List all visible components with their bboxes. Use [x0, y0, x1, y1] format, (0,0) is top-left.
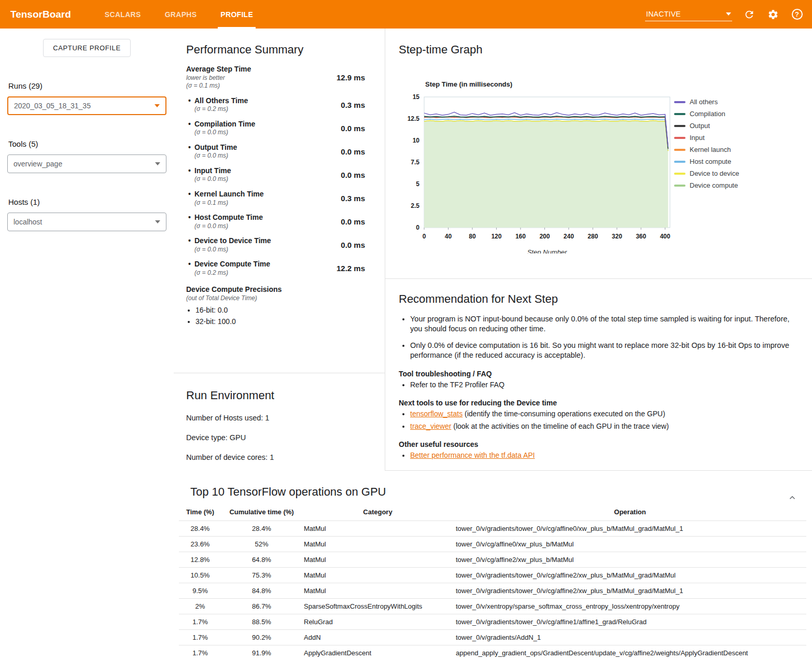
bullet-icon: •: [188, 166, 194, 176]
metric-sigma: (σ = 0.1 ms): [188, 199, 264, 207]
svg-text:400: 400: [660, 233, 670, 240]
cumulative-percent-cell: 90.2%: [221, 630, 302, 645]
legend-swatch-icon: [674, 113, 685, 115]
bullet-icon: •: [188, 120, 194, 129]
metric-row: •Input Time(σ = 0.0 ms)0.0 ms: [186, 166, 373, 184]
table-row: 2%86.7%SparseSoftmaxCrossEntropyWithLogi…: [179, 599, 806, 614]
cumulative-percent-cell: 28.4%: [221, 521, 302, 537]
legend-swatch-icon: [674, 101, 685, 103]
metric-note: lower is better: [186, 74, 251, 82]
cumulative-percent-cell: 91.9%: [221, 645, 302, 661]
time-percent-cell: 12.8%: [179, 552, 221, 568]
tools-selected-value: overview_page: [13, 160, 62, 168]
tab-scalars[interactable]: SCALARS: [93, 0, 153, 29]
metric-label: •Device Compute Time: [188, 260, 270, 269]
capture-profile-button[interactable]: CAPTURE PROFILE: [43, 39, 130, 57]
legend-swatch-icon: [674, 149, 685, 151]
col-time-header: Time (%): [179, 504, 221, 521]
chart-title: Step Time (in milliseconds): [425, 80, 512, 88]
recommendation-link[interactable]: Better performance with the tf.data API: [410, 451, 535, 459]
col-category-header: Category: [302, 504, 454, 521]
step-time-chart[interactable]: 0408012016020024028032036040002.557.5101…: [393, 91, 683, 255]
svg-text:10: 10: [413, 137, 420, 144]
legend-item: Compilation: [674, 110, 739, 118]
metric-sigma: (σ = 0.0 ms): [188, 175, 231, 184]
environment-line: Number of Hosts used: 1: [186, 414, 372, 422]
metric-row: •All Others Time(σ = 0.2 ms)0.3 ms: [186, 96, 373, 114]
right-column: Step-time Graph Step Time (in millisecon…: [385, 29, 812, 471]
metric-value: 0.0 ms: [341, 171, 365, 179]
svg-text:120: 120: [491, 233, 501, 240]
category-cell: ReluGrad: [302, 614, 454, 630]
run-status-select[interactable]: INACTIVE: [645, 8, 732, 21]
tools-select[interactable]: overview_page: [7, 154, 166, 173]
metric-value: 0.0 ms: [341, 241, 365, 249]
operation-cell: tower_0/v/gradients/AddN_1: [454, 630, 806, 645]
legend-label: All others: [690, 98, 718, 106]
recommendation-link[interactable]: trace_viewer: [410, 422, 451, 430]
tab-profile[interactable]: PROFILE: [208, 0, 265, 29]
legend-item: Kernel launch: [674, 146, 739, 153]
metric-sigma: (σ = 0.1 ms): [186, 82, 251, 90]
tab-graphs[interactable]: GRAPHS: [153, 0, 209, 29]
metric-value: 0.3 ms: [341, 101, 365, 109]
bullet-icon: •: [188, 236, 194, 246]
svg-text:0: 0: [416, 224, 419, 231]
hosts-select[interactable]: localhost: [7, 213, 166, 231]
cumulative-percent-cell: 86.7%: [221, 599, 302, 614]
svg-text:0: 0: [423, 233, 426, 240]
legend-item: Output: [674, 122, 739, 130]
svg-text:320: 320: [612, 233, 622, 240]
time-percent-cell: 1.7%: [179, 645, 221, 661]
app-title: TensorBoard: [10, 9, 71, 20]
recommendation-link[interactable]: tensorflow_stats: [410, 410, 463, 418]
table-row: 1.7%91.9%ApplyGradientDescentappend_appl…: [179, 645, 806, 661]
settings-gear-icon[interactable]: [766, 8, 780, 21]
col-cumulative-header: Cumulative time (%): [221, 504, 302, 521]
recommendation-sub-items: Refer to the TF2 Profiler FAQ: [399, 380, 796, 390]
chevron-down-icon: [155, 162, 160, 165]
bullet-icon: •: [188, 260, 194, 269]
time-percent-cell: 9.5%: [179, 583, 221, 599]
runs-selected-value: 2020_03_05_18_31_35: [14, 102, 91, 110]
legend-label: Host compute: [690, 158, 731, 165]
metric-value: 0.3 ms: [341, 194, 365, 203]
svg-text:15: 15: [413, 93, 420, 101]
collapse-chevron-up-icon[interactable]: [786, 491, 799, 504]
top-ops-table: Time (%) Cumulative time (%) Category Op…: [179, 504, 806, 660]
metric-sigma: (σ = 0.0 ms): [188, 246, 271, 254]
recommendation-bullets: Your program is NOT input-bound because …: [399, 314, 796, 361]
recommendation-card: Recommendation for Next Step Your progra…: [385, 279, 812, 471]
operation-cell: tower_0/v/cg/affine2/xw_plus_b/MatMul: [454, 552, 806, 568]
device-compute-precisions: Device Compute Precisions (out of Total …: [186, 285, 373, 325]
metric-row: Average Step Timelower is better(σ = 0.1…: [186, 65, 373, 90]
question-mark-icon: ?: [792, 9, 803, 20]
recommendation-subtitle: Other useful resources: [399, 440, 796, 448]
category-cell: MatMul: [302, 521, 454, 537]
help-icon[interactable]: ?: [790, 8, 804, 21]
precisions-items: 16-bit: 0.032-bit: 100.0: [186, 306, 373, 326]
recommendation-subtitle: Tool troubleshooting / FAQ: [399, 370, 796, 378]
svg-text:360: 360: [636, 233, 646, 240]
operation-cell: tower_0/v/xentropy/sparse_softmax_cross_…: [454, 599, 806, 614]
cumulative-percent-cell: 84.8%: [221, 583, 302, 599]
recommendation-subtitle: Next tools to use for reducing the Devic…: [399, 399, 796, 407]
recommendation-subsections: Tool troubleshooting / FAQRefer to the T…: [399, 370, 796, 461]
svg-text:240: 240: [564, 233, 574, 240]
recommendation-item: Better performance with the tf.data API: [410, 451, 796, 461]
legend-item: Device compute: [674, 181, 739, 189]
category-cell: MatMul: [302, 537, 454, 552]
svg-text:200: 200: [539, 233, 550, 240]
table-row: 12.8%64.8%MatMultower_0/v/cg/affine2/xw_…: [179, 552, 806, 568]
environment-line: Number of device cores: 1: [186, 453, 372, 461]
runs-select[interactable]: 2020_03_05_18_31_35: [7, 96, 166, 115]
refresh-icon[interactable]: [743, 8, 756, 21]
col-operation-header: Operation: [454, 504, 806, 521]
category-cell: MatMul: [302, 552, 454, 568]
metric-label: •Compilation Time: [188, 120, 255, 129]
hosts-label: Hosts (1): [8, 198, 165, 206]
run-environment-lines: Number of Hosts used: 1Device type: GPUN…: [186, 414, 372, 461]
metric-label: •All Others Time: [188, 96, 248, 106]
category-cell: MatMul: [302, 583, 454, 599]
recommendation-item: trace_viewer (look at the activities on …: [410, 421, 796, 432]
